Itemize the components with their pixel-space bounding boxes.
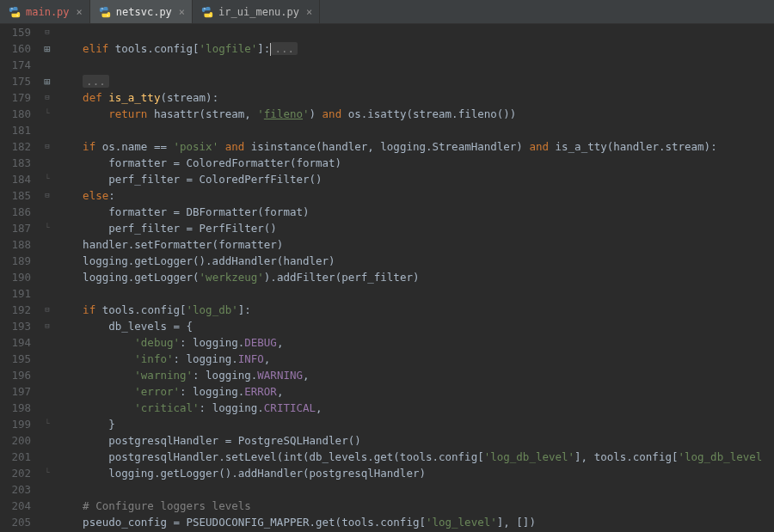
line-number: 196 [0,367,31,383]
code-line[interactable]: else: [57,187,764,204]
line-number: 189 [0,253,31,269]
line-number: 192 [0,302,31,318]
code-line[interactable]: def is_a_tty(stream): [57,89,764,106]
fold-marker[interactable]: ⊟ [38,318,57,334]
svg-point-0 [11,8,12,9]
code-line[interactable]: if os.name == 'posix' and isinstance(han… [57,138,764,155]
line-number: 198 [0,400,31,416]
code-line[interactable]: return hasattr(stream, 'fileno') and os.… [57,106,764,122]
editor: 1591601741751791801811821831841851861871… [0,24,774,532]
fold-marker [38,351,57,367]
code-line[interactable]: 'error': logging.ERROR, [57,383,764,400]
code-line[interactable] [57,285,764,302]
line-number: 184 [0,171,31,187]
fold-marker[interactable]: └ [38,416,57,432]
code-line[interactable] [57,122,764,138]
editor-tabs: main.py×netsvc.py×ir_ui_menu.py× [0,0,774,24]
line-number: 197 [0,383,31,400]
code-line[interactable]: pseudo_config = PSEUDOCONFIG_MAPPER.get(… [57,514,764,530]
fold-marker [38,253,57,269]
fold-marker [38,400,57,416]
code-line[interactable] [57,481,764,498]
code-line[interactable]: 'critical': logging.CRITICAL, [57,400,764,416]
line-number: 188 [0,236,31,253]
fold-marker[interactable]: ⊟ [38,302,57,318]
code-line[interactable]: formatter = DBFormatter(format) [57,204,764,220]
code-line[interactable]: elif tools.config['logfile']:... [57,40,764,57]
line-number: 187 [0,220,31,236]
svg-point-5 [209,15,210,15]
code-line[interactable]: if tools.config['log_db']: [57,302,764,318]
code-line[interactable]: # Configure loggers levels [57,498,764,514]
tab-ir_ui_menu-py[interactable]: ir_ui_menu.py× [193,0,320,23]
code-line[interactable]: postgresqlHandler = PostgreSQLHandler() [57,432,764,449]
fold-marker[interactable]: └ [38,171,57,187]
code-line[interactable]: logging.getLogger().addHandler(postgresq… [57,465,764,481]
fold-marker [38,285,57,302]
fold-marker[interactable]: └ [38,106,57,122]
code-line[interactable]: perf_filter = ColoredPerfFilter() [57,171,764,187]
line-number: 200 [0,432,31,449]
fold-marker[interactable]: └ [38,465,57,481]
code-line[interactable]: handler.setFormatter(formatter) [57,236,764,253]
tab-label: netsvc.py [116,6,172,18]
fold-marker[interactable]: ⊞ [38,40,57,57]
code-line[interactable]: } [57,416,764,432]
tab-label: ir_ui_menu.py [218,6,299,18]
line-number: 199 [0,416,31,432]
line-number-gutter[interactable]: 1591601741751791801811821831841851861871… [0,24,38,532]
code-line[interactable] [57,57,764,73]
code-line[interactable]: perf_filter = PerfFilter() [57,220,764,236]
fold-marker[interactable]: ⊟ [38,24,57,40]
line-number: 180 [0,106,31,122]
fold-marker[interactable]: ⊟ [38,138,57,155]
fold-marker [38,432,57,449]
line-number: 204 [0,498,31,514]
code-line[interactable]: 'info': logging.INFO, [57,351,764,367]
fold-marker [38,57,57,73]
fold-marker[interactable]: ⊟ [38,89,57,106]
code-line[interactable]: postgresqlHandler.setLevel(int(db_levels… [57,449,764,465]
close-icon[interactable]: × [179,6,185,18]
fold-gutter[interactable]: ⊟⊞⊞⊟└⊟└⊟└⊟⊟└└ [38,24,57,532]
close-icon[interactable]: × [77,6,83,18]
code-area[interactable]: elif tools.config['logfile']:... ... def… [57,24,764,532]
line-number: 160 [0,40,31,57]
close-icon[interactable]: × [306,6,312,18]
line-number: 190 [0,269,31,285]
fold-marker[interactable]: ⊟ [38,187,57,204]
fold-marker [38,498,57,514]
line-number: 185 [0,187,31,204]
line-number: 194 [0,334,31,351]
fold-marker [38,383,57,400]
line-number: 191 [0,285,31,302]
fold-marker [38,155,57,171]
fold-marker [38,122,57,138]
line-number: 181 [0,122,31,138]
line-number: 202 [0,465,31,481]
vertical-scrollbar[interactable] [764,24,774,532]
line-number: 186 [0,204,31,220]
code-line[interactable]: logging.getLogger().addHandler(handler) [57,253,764,269]
fold-marker[interactable]: ⊞ [38,73,57,89]
code-line[interactable]: formatter = ColoredFormatter(format) [57,155,764,171]
line-number: 201 [0,449,31,465]
code-line[interactable]: ... [57,73,764,89]
line-number: 205 [0,514,31,530]
code-line[interactable]: 'warning': logging.WARNING, [57,367,764,383]
svg-point-3 [107,15,108,15]
line-number: 179 [0,89,31,106]
fold-marker [38,367,57,383]
svg-point-4 [204,8,205,9]
fold-marker[interactable]: └ [38,220,57,236]
line-number: 195 [0,351,31,367]
fold-marker [38,334,57,351]
line-number: 175 [0,73,31,89]
fold-marker [38,236,57,253]
code-line[interactable] [57,24,764,40]
code-line[interactable]: logging.getLogger('werkzeug').addFilter(… [57,269,764,285]
tab-netsvc-py[interactable]: netsvc.py× [90,0,193,23]
code-line[interactable]: 'debug': logging.DEBUG, [57,334,764,351]
code-line[interactable]: db_levels = { [57,318,764,334]
tab-main-py[interactable]: main.py× [0,0,90,23]
